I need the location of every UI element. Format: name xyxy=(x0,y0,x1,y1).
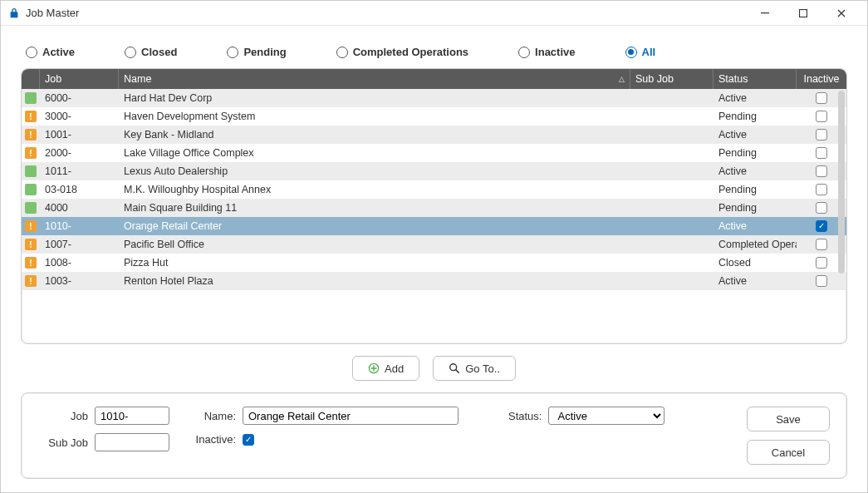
inactive-row-checkbox[interactable] xyxy=(816,184,827,195)
cell-job: 1001- xyxy=(40,126,119,144)
inactive-row-checkbox[interactable] xyxy=(816,165,827,177)
table-row[interactable]: !3000-Haven Development SystemPending xyxy=(22,107,846,126)
cell-status: Active xyxy=(714,217,797,235)
svg-rect-0 xyxy=(761,12,769,13)
radio-icon xyxy=(26,47,37,58)
search-icon xyxy=(449,362,460,374)
col-header-subjob[interactable]: Sub Job xyxy=(630,69,714,89)
row-status-icon: ! xyxy=(22,144,40,162)
inactive-row-checkbox[interactable] xyxy=(816,129,827,141)
job-label: Job xyxy=(38,410,88,422)
warning-icon: ! xyxy=(25,275,37,287)
table-row[interactable]: !1007-Pacific Bell OfficeCompleted Opera… xyxy=(22,235,846,254)
cell-name: Pizza Hut xyxy=(119,254,630,272)
col-header-icon[interactable] xyxy=(22,69,40,89)
goto-button[interactable]: Go To.. xyxy=(433,356,516,381)
filter-option-label: Pending xyxy=(243,46,286,58)
row-status-icon xyxy=(22,162,40,180)
inactive-row-checkbox[interactable] xyxy=(816,239,827,250)
name-field[interactable] xyxy=(243,407,459,425)
maximize-button[interactable] xyxy=(784,1,822,26)
row-status-icon: ! xyxy=(22,272,40,290)
filter-option-label: Completed Operations xyxy=(353,46,468,58)
green-tag-icon xyxy=(25,184,37,195)
cell-status: Active xyxy=(714,126,797,144)
minimize-button[interactable] xyxy=(746,1,784,26)
table-row[interactable]: 1011-Lexus Auto DealershipActive xyxy=(22,162,846,180)
cell-name: Orange Retail Center xyxy=(119,217,630,235)
table-row[interactable]: !2000-Lake Village Office ComplexPending xyxy=(22,144,846,162)
radio-icon xyxy=(125,47,136,58)
table-row[interactable]: !1001-Key Bank - MidlandActive xyxy=(22,126,846,144)
warning-icon: ! xyxy=(25,147,37,159)
filter-option-active[interactable]: Active xyxy=(26,46,75,58)
inactive-row-checkbox[interactable] xyxy=(816,92,827,104)
cell-subjob xyxy=(630,199,714,217)
col-header-status[interactable]: Status xyxy=(714,69,797,89)
inactive-checkbox[interactable] xyxy=(243,434,254,446)
cell-name: Renton Hotel Plaza xyxy=(119,272,630,290)
cell-name: Main Square Building 11 xyxy=(119,199,630,217)
cell-subjob xyxy=(630,126,714,144)
row-status-icon xyxy=(22,180,40,199)
grid-body[interactable]: 6000-Hard Hat Dev CorpActive!3000-Haven … xyxy=(22,89,846,343)
radio-icon xyxy=(625,47,637,58)
name-label: Name: xyxy=(186,410,236,422)
form-col-2: Name: Inactive: xyxy=(186,407,459,446)
inactive-row-checkbox[interactable] xyxy=(816,275,827,287)
inactive-row-checkbox[interactable] xyxy=(816,202,827,214)
cell-job: 03-018 xyxy=(40,180,119,199)
inactive-row-checkbox[interactable] xyxy=(816,147,827,159)
col-header-name[interactable]: Name△ xyxy=(119,69,630,89)
green-tag-icon xyxy=(25,92,37,104)
table-row[interactable]: !1008-Pizza HutClosed xyxy=(22,254,846,272)
inactive-row-checkbox[interactable] xyxy=(816,220,827,232)
table-row[interactable]: 03-018M.K. Willoughby Hospital AnnexPend… xyxy=(22,180,846,199)
inactive-row-checkbox[interactable] xyxy=(816,257,827,269)
warning-icon: ! xyxy=(25,220,37,232)
cell-subjob xyxy=(630,217,714,235)
add-button[interactable]: Add xyxy=(352,356,419,381)
cancel-button[interactable]: Cancel xyxy=(747,440,830,465)
table-row[interactable]: 4000Main Square Building 11Pending xyxy=(22,199,846,217)
status-filter-row: ActiveClosedPendingCompleted OperationsI… xyxy=(21,46,847,68)
green-tag-icon xyxy=(25,202,37,214)
svg-rect-1 xyxy=(800,9,807,17)
table-row[interactable]: 6000-Hard Hat Dev CorpActive xyxy=(22,89,846,107)
warning-icon: ! xyxy=(25,257,37,269)
cell-job: 2000- xyxy=(40,144,119,162)
cell-job: 3000- xyxy=(40,107,119,126)
subjob-field[interactable] xyxy=(95,433,169,451)
save-button[interactable]: Save xyxy=(747,407,830,431)
cell-subjob xyxy=(630,272,714,290)
filter-option-pending[interactable]: Pending xyxy=(227,46,286,58)
filter-option-label: Inactive xyxy=(535,46,575,58)
col-header-inactive[interactable]: Inactive xyxy=(797,69,846,89)
filter-option-inactive[interactable]: Inactive xyxy=(518,46,575,58)
filter-option-all[interactable]: All xyxy=(625,46,656,58)
vertical-scrollbar[interactable] xyxy=(838,91,845,274)
cell-job: 1007- xyxy=(40,235,119,254)
filter-option-closed[interactable]: Closed xyxy=(125,46,177,58)
job-master-window: Job Master ActiveClosedPendingCompleted … xyxy=(0,0,868,493)
row-status-icon: ! xyxy=(22,235,40,254)
status-select[interactable]: Active xyxy=(548,407,664,425)
cell-job: 1010- xyxy=(40,217,119,235)
cell-name: Lake Village Office Complex xyxy=(119,144,630,162)
job-field[interactable] xyxy=(95,407,169,425)
cell-status: Completed Opera… xyxy=(714,235,797,254)
window-title: Job Master xyxy=(26,7,746,19)
close-button[interactable] xyxy=(822,1,861,26)
table-row[interactable]: !1003-Renton Hotel PlazaActive xyxy=(22,272,846,290)
row-status-icon xyxy=(22,89,40,107)
cell-name: Hard Hat Dev Corp xyxy=(119,89,630,107)
inactive-row-checkbox[interactable] xyxy=(816,111,827,122)
cell-status: Pending xyxy=(714,180,797,199)
status-label: Status: xyxy=(508,410,542,422)
cell-subjob xyxy=(630,89,714,107)
titlebar: Job Master xyxy=(1,1,867,26)
filter-option-completed-operations[interactable]: Completed Operations xyxy=(336,46,468,58)
table-row[interactable]: !1010-Orange Retail CenterActive xyxy=(22,217,846,235)
col-header-job[interactable]: Job xyxy=(40,69,119,89)
cell-status: Active xyxy=(714,162,797,180)
